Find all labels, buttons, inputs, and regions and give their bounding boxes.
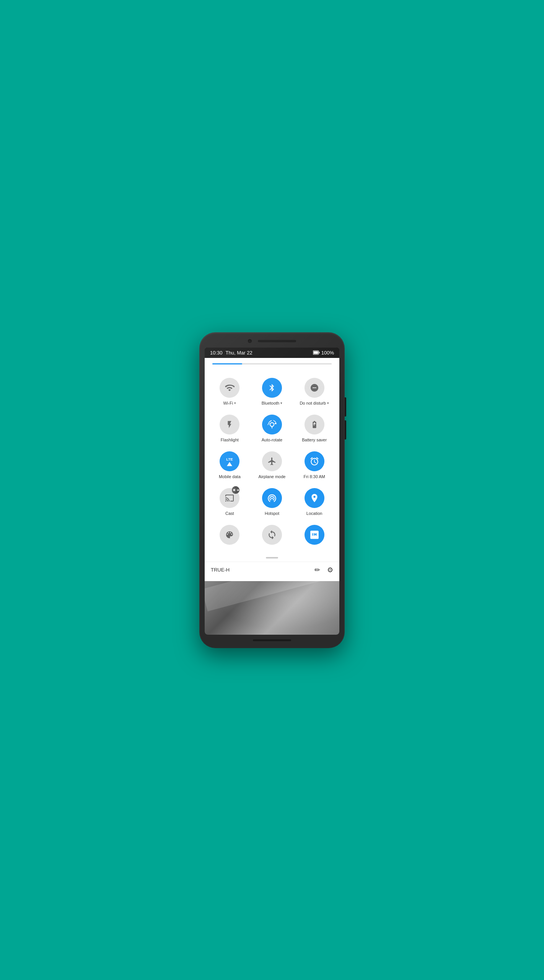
flashlight-icon-bg [220, 415, 239, 434]
bottom-icons: ✏ ⚙ [314, 566, 333, 574]
bottom-speaker [205, 639, 339, 641]
phone-frame: 10:30 Thu, Mar 22 100% [199, 332, 345, 648]
wallpaper [205, 581, 339, 635]
dnd-icon-bg [305, 378, 324, 398]
wifi-icon-bg [220, 378, 239, 398]
brightness-fill [212, 363, 242, 364]
tiles-grid: Wi-Fi ▾ Bluetooth ▾ [205, 369, 339, 555]
tile-autorotate[interactable]: Auto-rotate [251, 409, 293, 446]
status-date: Thu, Mar 22 [226, 350, 252, 356]
earpiece-speaker [258, 340, 296, 342]
brightness-slider[interactable] [212, 363, 332, 365]
dnd-chevron: ▾ [327, 401, 329, 405]
autorotate-label: Auto-rotate [262, 438, 282, 442]
network-name: TRUE-H [211, 567, 230, 573]
settings-button[interactable]: ⚙ [327, 566, 333, 574]
alarm-label: Fri 8:30 AM [304, 474, 325, 479]
alarm-icon-bg [305, 451, 324, 471]
status-left: 10:30 Thu, Mar 22 [210, 350, 252, 356]
wifi-label: Wi-Fi ▾ [223, 401, 236, 405]
battery-percent: 100% [321, 350, 334, 356]
location-icon-bg [305, 488, 324, 508]
svg-line-10 [235, 488, 236, 489]
brightness-track [212, 363, 332, 364]
hotspot-icon-bg [262, 488, 282, 508]
quick-settings-panel: Wi-Fi ▾ Bluetooth ▾ [205, 358, 339, 581]
tile-bluetooth[interactable]: Bluetooth ▾ [251, 372, 293, 409]
tile-theme[interactable] [208, 519, 251, 552]
brightness-row[interactable] [205, 358, 339, 369]
battery-icon-bg [305, 415, 324, 434]
tile-hotspot[interactable]: Hotspot [251, 483, 293, 519]
tile-cast[interactable]: Cast [208, 483, 251, 519]
phone-top-bar [205, 339, 339, 343]
status-time: 10:30 [210, 350, 223, 356]
tile-dnd[interactable]: Do not disturb ▾ [293, 372, 336, 409]
svg-rect-2 [319, 352, 319, 353]
svg-line-8 [233, 488, 233, 489]
svg-rect-1 [313, 351, 318, 354]
mobiledata-icon-bg: LTE [220, 451, 239, 471]
battery-icon [313, 350, 320, 355]
bluetooth-chevron: ▾ [280, 401, 282, 405]
flashlight-label: Flashlight [221, 438, 239, 442]
tile-flashlight[interactable]: Flashlight [208, 409, 251, 446]
svg-line-11 [233, 491, 233, 492]
tile-location[interactable]: Location [293, 483, 336, 519]
tile-alarm[interactable]: Fri 8:30 AM [293, 446, 336, 483]
status-right: 100% [313, 350, 334, 356]
volume-button[interactable] [345, 397, 346, 416]
tile-wifi[interactable]: Wi-Fi ▾ [208, 372, 251, 409]
bottom-bar: TRUE-H ✏ ⚙ [205, 562, 339, 577]
dnd-label: Do not disturb ▾ [300, 401, 329, 405]
edit-button[interactable]: ✏ [314, 566, 320, 574]
scroll-pill [266, 557, 278, 559]
location-label: Location [306, 511, 322, 516]
bottom-speaker-bar [253, 639, 291, 641]
airplane-label: Airplane mode [259, 474, 286, 479]
tile-nfc[interactable] [293, 519, 336, 552]
hotspot-label: Hotspot [265, 511, 279, 516]
tile-sync[interactable] [251, 519, 293, 552]
svg-text:LTE: LTE [226, 457, 233, 461]
mobiledata-label: Mobile data [219, 474, 241, 479]
tile-airplane[interactable]: Airplane mode [251, 446, 293, 483]
bluetooth-label: Bluetooth ▾ [262, 401, 282, 405]
status-bar: 10:30 Thu, Mar 22 100% [205, 348, 339, 358]
svg-line-9 [235, 491, 236, 492]
sync-icon-bg [262, 525, 282, 545]
autorotate-icon-bg [262, 415, 282, 434]
phone-screen: 10:30 Thu, Mar 22 100% [205, 348, 339, 635]
front-camera [248, 339, 252, 343]
brightness-thumb[interactable] [232, 486, 239, 494]
scroll-indicator [205, 555, 339, 562]
svg-point-3 [233, 489, 235, 491]
power-button[interactable] [345, 420, 346, 439]
theme-icon-bg [220, 525, 239, 545]
bluetooth-icon-bg [262, 378, 282, 398]
airplane-icon-bg [262, 451, 282, 471]
wifi-chevron: ▾ [234, 401, 236, 405]
tile-mobiledata[interactable]: LTE Mobile data [208, 446, 251, 483]
cast-label: Cast [225, 511, 234, 516]
nfc-icon-bg [305, 525, 324, 545]
batterysaver-label: Battery saver [302, 438, 327, 442]
tile-batterysaver[interactable]: Battery saver [293, 409, 336, 446]
